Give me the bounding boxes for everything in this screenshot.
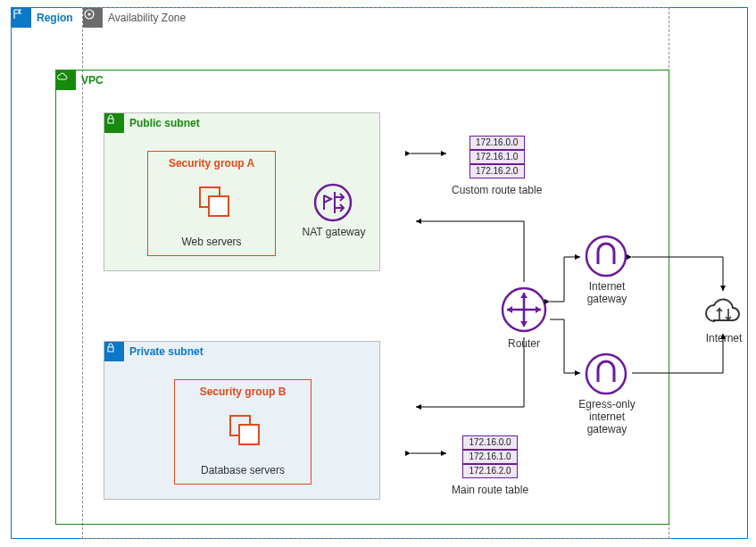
connectors xyxy=(0,0,756,547)
diagram-canvas: Region Availability Zone VPC Public subn… xyxy=(0,0,756,547)
